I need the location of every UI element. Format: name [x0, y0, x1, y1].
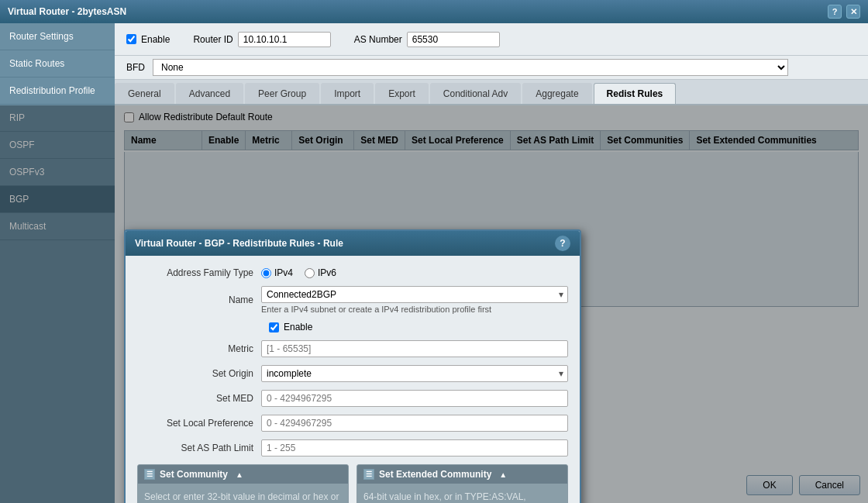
- set-local-pref-value: [261, 415, 568, 432]
- title-bar: Virtual Router - 2bytesASN ? ✕: [0, 0, 868, 23]
- name-hint: Enter a IPv4 subnet or create a IPv4 red…: [261, 305, 568, 314]
- title-bar-icons: ? ✕: [828, 5, 860, 19]
- set-community-icon: ☰: [144, 469, 155, 480]
- set-med-row: Set MED: [137, 390, 568, 407]
- set-ext-community-body: 64-bit value in hex, or in TYPE:AS:VAL, …: [357, 484, 567, 503]
- content-area: Enable Router ID AS Number BFD None Gene…: [115, 23, 868, 503]
- help-icon[interactable]: ?: [828, 5, 842, 19]
- set-community-description: Select or enter 32-bit value in decimal …: [144, 491, 339, 503]
- sidebar-item-redistribution-profile[interactable]: Redistribution Profile: [0, 78, 115, 105]
- window-title: Virtual Router - 2bytesASN: [8, 6, 126, 17]
- close-icon[interactable]: ✕: [846, 5, 860, 19]
- as-number-label: AS Number: [354, 34, 402, 45]
- name-select[interactable]: Connected2BGP: [261, 286, 568, 303]
- tab-bar: General Advanced Peer Group Import Expor…: [115, 80, 868, 105]
- router-id-label: Router ID: [193, 34, 232, 45]
- address-family-row: Address Family Type IPv4 IPv6: [137, 267, 568, 278]
- set-community-panel: ☰ Set Community ▲ Select or enter 32-bit…: [137, 464, 349, 503]
- bfd-label: BFD: [126, 62, 145, 73]
- set-community-sort-icon: ▲: [236, 470, 243, 479]
- main-layout: Router Settings Static Routes Redistribu…: [0, 23, 868, 503]
- sidebar-item-static-routes[interactable]: Static Routes: [0, 50, 115, 78]
- set-med-value: [261, 390, 568, 407]
- set-origin-label: Set Origin: [137, 368, 261, 379]
- set-ext-community-header: ☰ Set Extended Community ▲: [357, 465, 567, 484]
- tab-aggregate[interactable]: Aggregate: [522, 83, 591, 104]
- set-ext-community-icon: ☰: [363, 469, 374, 480]
- rule-modal: Virtual Router - BGP - Redistribute Rule…: [124, 229, 581, 503]
- as-number-input[interactable]: [407, 32, 500, 47]
- set-local-pref-input[interactable]: [261, 415, 568, 432]
- set-origin-value: incomplete igp egp: [261, 365, 568, 382]
- tab-redist-rules[interactable]: Redist Rules: [594, 83, 677, 104]
- enable-checkbox[interactable]: [126, 34, 136, 44]
- config-bar: Enable Router ID AS Number: [115, 23, 868, 56]
- set-ext-community-sort-icon: ▲: [499, 470, 507, 479]
- set-community-body: Select or enter 32-bit value in decimal …: [138, 484, 348, 503]
- set-extended-community-panel: ☰ Set Extended Community ▲ 64-bit value …: [356, 464, 568, 503]
- set-ext-community-description: 64-bit value in hex, or in TYPE:AS:VAL, …: [363, 491, 553, 503]
- as-number-item: AS Number: [354, 32, 500, 47]
- metric-input[interactable]: [261, 340, 568, 357]
- set-origin-select[interactable]: incomplete igp egp: [261, 365, 568, 382]
- set-as-path-row: Set AS Path Limit: [137, 439, 568, 456]
- set-med-label: Set MED: [137, 393, 261, 404]
- modal-body: Address Family Type IPv4 IPv6: [126, 256, 580, 503]
- tab-general[interactable]: General: [115, 83, 174, 104]
- tab-advanced[interactable]: Advanced: [176, 83, 243, 104]
- metric-label: Metric: [137, 343, 261, 354]
- tab-conditional-adv[interactable]: Conditional Adv: [430, 83, 521, 104]
- ipv4-radio[interactable]: [261, 268, 271, 278]
- bfd-select[interactable]: None: [153, 59, 788, 76]
- tab-export[interactable]: Export: [375, 83, 429, 104]
- set-community-title: Set Community: [160, 469, 228, 480]
- ipv6-radio[interactable]: [305, 268, 315, 278]
- modal-enable-checkbox[interactable]: [269, 322, 279, 332]
- name-select-wrapper: Connected2BGP: [261, 286, 568, 303]
- router-id-item: Router ID: [193, 32, 330, 47]
- ipv6-radio-label[interactable]: IPv6: [305, 267, 336, 278]
- metric-value: [261, 340, 568, 357]
- community-panels: ☰ Set Community ▲ Select or enter 32-bit…: [137, 464, 568, 503]
- set-community-header: ☰ Set Community ▲: [138, 465, 348, 484]
- modal-enable-label: Enable: [284, 322, 312, 332]
- set-as-path-label: Set AS Path Limit: [137, 443, 261, 453]
- address-family-value: IPv4 IPv6: [261, 267, 568, 278]
- modal-title: Virtual Router - BGP - Redistribute Rule…: [135, 238, 343, 249]
- address-family-label: Address Family Type: [137, 267, 261, 278]
- tab-import[interactable]: Import: [321, 83, 374, 104]
- ipv4-radio-label[interactable]: IPv4: [261, 267, 293, 278]
- name-row: Name Connected2BGP Enter a IPv4 subnet o…: [137, 286, 568, 314]
- name-value: Connected2BGP Enter a IPv4 subnet or cre…: [261, 286, 568, 314]
- ipv4-label: IPv4: [274, 267, 293, 278]
- modal-title-bar: Virtual Router - BGP - Redistribute Rule…: [126, 231, 580, 256]
- tab-peer-group[interactable]: Peer Group: [245, 83, 319, 104]
- enable-row: Enable: [269, 322, 568, 332]
- set-ext-community-title: Set Extended Community: [379, 469, 491, 480]
- sidebar-item-router-settings[interactable]: Router Settings: [0, 23, 115, 50]
- set-as-path-input[interactable]: [261, 439, 568, 456]
- set-local-pref-label: Set Local Preference: [137, 418, 261, 429]
- set-med-input[interactable]: [261, 390, 568, 407]
- set-as-path-value: [261, 439, 568, 456]
- bfd-row: BFD None: [115, 56, 868, 80]
- redist-rules-content: Allow Redistribute Default Route Name En…: [115, 105, 868, 503]
- modal-overlay: Virtual Router - BGP - Redistribute Rule…: [0, 105, 868, 503]
- name-label: Name: [137, 295, 261, 305]
- modal-help-icon[interactable]: ?: [555, 236, 570, 251]
- router-id-input[interactable]: [238, 32, 331, 47]
- metric-row: Metric: [137, 340, 568, 357]
- ipv6-label: IPv6: [318, 267, 336, 278]
- enable-item: Enable: [126, 34, 170, 45]
- enable-label: Enable: [141, 34, 170, 45]
- set-local-pref-row: Set Local Preference: [137, 415, 568, 432]
- set-origin-wrapper: incomplete igp egp: [261, 365, 568, 382]
- set-origin-row: Set Origin incomplete igp egp: [137, 365, 568, 382]
